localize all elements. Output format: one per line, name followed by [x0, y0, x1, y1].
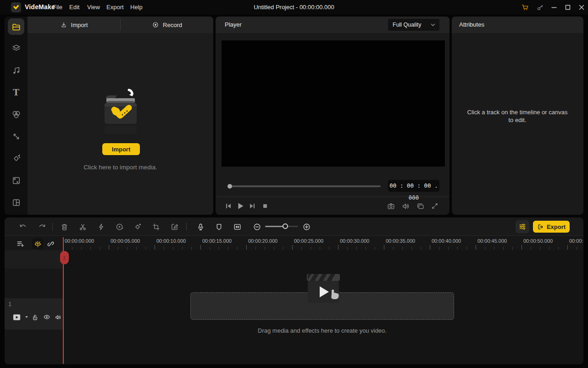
player-panel: Player Full Quality 00 : 00 : 00 . 000 [216, 17, 449, 215]
import-hint: Click here to import media. [28, 164, 213, 171]
menu-edit[interactable]: Edit [69, 4, 79, 11]
duplicate-view-icon[interactable] [415, 201, 426, 212]
rail-media-icon[interactable] [8, 18, 24, 35]
replay-icon[interactable] [115, 222, 124, 231]
chevron-down-icon [430, 22, 436, 28]
media-panel: T Import [5, 17, 213, 215]
menu-export[interactable]: Export [106, 4, 124, 11]
redo-icon[interactable] [38, 222, 47, 231]
close-button[interactable] [575, 2, 588, 13]
keyframe-icon[interactable] [133, 222, 142, 231]
import-folder-icon[interactable] [99, 87, 143, 138]
track-type-icon[interactable] [12, 312, 21, 322]
snapshot-icon[interactable] [385, 201, 396, 212]
import-button[interactable]: Import [102, 143, 140, 155]
add-track-icon[interactable] [15, 238, 26, 249]
timeline-toolbar: Export [5, 217, 583, 236]
menu-view[interactable]: View [87, 4, 100, 11]
ruler-label: 00:00:15.000 [202, 238, 232, 244]
delete-icon[interactable] [60, 222, 69, 231]
ruler-label: 00:00:00.000 [65, 238, 94, 244]
tool-rail: T [5, 17, 28, 215]
quality-selected: Full Quality [393, 22, 430, 28]
rail-templates-icon[interactable] [8, 194, 24, 211]
cart-icon[interactable] [519, 2, 532, 13]
link-icon[interactable] [45, 238, 56, 249]
mute-toggle-icon[interactable] [53, 312, 62, 322]
app-logo-icon [11, 2, 21, 12]
seek-bar[interactable] [228, 185, 381, 187]
rail-filters-icon[interactable] [8, 106, 24, 123]
export-settings-button[interactable] [516, 220, 529, 233]
timeline-ruler[interactable]: 00:00:00.000 00:00:05.000 00:00:10.000 0… [63, 236, 583, 250]
menu-help[interactable]: Help [130, 4, 143, 11]
fit-timeline-icon[interactable] [233, 222, 242, 231]
rail-transitions-icon[interactable] [8, 128, 24, 145]
media-main: Import Record [28, 17, 213, 215]
app-name: VideMake [25, 3, 55, 11]
fullscreen-icon[interactable] [429, 201, 440, 212]
zoom-out-icon[interactable] [252, 222, 261, 231]
ruler-label: 00:00:50.000 [523, 238, 553, 244]
rail-layers-icon[interactable] [8, 40, 24, 56]
player-controls [216, 197, 449, 215]
attributes-header: Attributes [452, 17, 583, 33]
timeline-panel: Export 00:00:00.000 00:00:05.000 00:00:1… [5, 217, 583, 364]
prev-frame-button[interactable] [223, 201, 234, 212]
volume-icon[interactable] [400, 201, 411, 212]
marker-icon[interactable] [214, 222, 223, 231]
ruler-label: 00:00:40.000 [432, 238, 461, 244]
key-icon[interactable] [533, 2, 546, 13]
export-button[interactable]: Export [533, 221, 570, 233]
tab-import-label: Import [71, 22, 88, 28]
maximize-button[interactable] [561, 2, 574, 13]
zoom-slider[interactable] [265, 226, 298, 227]
tab-record-label: Record [163, 22, 182, 28]
attributes-panel: Attributes Click a track on the timeline… [452, 17, 583, 215]
split-icon[interactable] [78, 222, 87, 231]
video-preview[interactable] [222, 40, 445, 167]
play-button[interactable] [235, 201, 246, 212]
zoom-in-icon[interactable] [302, 222, 311, 231]
ruler-row: 00:00:00.000 00:00:05.000 00:00:10.000 0… [5, 236, 583, 250]
minimize-button[interactable] [548, 2, 560, 13]
seek-thumb[interactable] [227, 184, 232, 189]
media-drop-area[interactable]: Import Click here to import media. [28, 33, 213, 215]
rail-audio-icon[interactable] [8, 62, 24, 78]
visibility-toggle-icon[interactable] [42, 312, 51, 322]
ruler-label: 00:00:30.000 [340, 238, 369, 244]
menu-file[interactable]: File [53, 4, 62, 11]
undo-icon[interactable] [18, 222, 28, 231]
rail-motion-icon[interactable] [8, 150, 24, 167]
scissors-icon: ✂ [61, 255, 68, 260]
zoom-slider-knob[interactable] [283, 223, 288, 229]
snap-toggle-icon[interactable] [32, 238, 43, 249]
tab-record[interactable]: Record [121, 17, 213, 33]
stop-button[interactable] [260, 201, 271, 212]
next-frame-button[interactable] [247, 201, 258, 212]
rail-elements-icon[interactable] [8, 172, 24, 189]
tab-import[interactable]: Import [28, 17, 120, 33]
track-type-caret-icon[interactable] [22, 312, 31, 322]
speed-icon[interactable] [96, 222, 105, 231]
playhead-split-handle[interactable]: ✂ [60, 251, 69, 264]
player-title: Player [225, 21, 242, 28]
toolbar-separator [52, 223, 53, 231]
quality-dropdown[interactable]: Full Quality [388, 19, 439, 31]
export-button-label: Export [547, 223, 566, 230]
voiceover-icon[interactable] [196, 222, 205, 231]
rail-text-icon[interactable]: T [8, 84, 24, 100]
track-header-band [5, 268, 63, 298]
scrub-row: 00 : 00 : 00 . 000 [216, 178, 449, 193]
zoom-slider-fill [265, 226, 284, 227]
timecode-display: 00 : 00 : 00 . 000 [388, 180, 439, 192]
track-header-band [5, 329, 63, 364]
tracks-area: 1 [5, 250, 583, 364]
timeline-lane[interactable]: Drag media and effects here to create yo… [63, 250, 583, 364]
ruler-label: 00:00:05.000 [111, 238, 140, 244]
ruler-label: 00:00:20.000 [248, 238, 277, 244]
crop-icon[interactable] [151, 222, 161, 231]
edit-icon[interactable] [170, 222, 179, 231]
ruler-label: 00:00:35.000 [386, 238, 415, 244]
lock-toggle-icon[interactable] [30, 312, 39, 322]
